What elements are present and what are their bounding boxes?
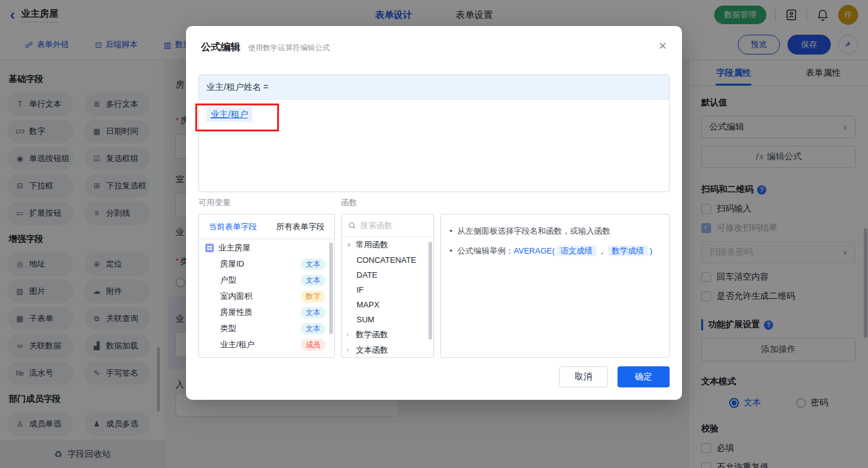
functions-label: 函数 [341, 197, 357, 208]
form-root-node[interactable]: 业主房屋 [199, 239, 334, 256]
variable-row[interactable]: 房屋性质文本 [199, 304, 334, 320]
function-group-common[interactable]: ∨常用函数 [342, 237, 433, 252]
function-group-math[interactable]: ›数学函数 [342, 327, 433, 342]
modal-header: 公式编辑 使用数学运算符编辑公式 [186, 26, 682, 54]
variable-row[interactable]: 户型文本 [199, 272, 334, 288]
formula-input-area[interactable]: 业主/租户 [199, 100, 669, 130]
modal-footer: 取消 确定 [559, 366, 670, 387]
function-item[interactable]: SUM [342, 312, 433, 327]
field-type-badge: 文本 [301, 323, 326, 335]
variables-label: 可用变量 [198, 197, 231, 208]
function-item[interactable]: CONCATENATE [342, 252, 433, 267]
function-search[interactable] [342, 214, 433, 237]
field-type-badge: 数字 [301, 291, 326, 302]
function-item[interactable]: IF [342, 282, 433, 297]
tab-all-form-fields[interactable]: 所有表单字段 [267, 214, 334, 239]
field-type-badge: 成员 [301, 339, 326, 351]
tab-current-form-fields[interactable]: 当前表单字段 [199, 214, 267, 239]
field-type-badge: 文本 [301, 307, 326, 319]
variable-row[interactable]: 类型文本 [199, 320, 334, 337]
function-item[interactable]: DATE [342, 267, 433, 282]
functions-panel: ∨常用函数 CONCATENATE DATE IF MAPX SUM ›数学函数… [341, 214, 434, 358]
cancel-button[interactable]: 取消 [559, 366, 608, 387]
close-icon[interactable]: ✕ [658, 41, 667, 51]
variables-panel: 当前表单字段 所有表单字段 业主房屋 房屋ID文本 户型文本 室内面积数字 房屋… [198, 214, 335, 358]
search-icon [348, 221, 356, 230]
example-field-chip: 语文成绩 [557, 245, 596, 256]
formula-editor-box: 业主/租户姓名 = 业主/租户 [198, 74, 670, 192]
example-function-name: AVERAGE( [514, 246, 555, 255]
chevron-right-icon: › [347, 347, 353, 353]
formula-edit-modal: 公式编辑 使用数学运算符编辑公式 ✕ 业主/租户姓名 = 业主/租户 可用变量 … [186, 26, 682, 400]
function-group-text[interactable]: ›文本函数 [342, 342, 433, 358]
example-field-chip: 数学成绩 [608, 245, 648, 256]
variables-list: 业主房屋 房屋ID文本 户型文本 室内面积数字 房屋性质文本 类型文本 业主/租… [199, 239, 334, 353]
confirm-button[interactable]: 确定 [618, 366, 670, 387]
variables-tabs: 当前表单字段 所有表单字段 [199, 214, 334, 239]
function-search-input[interactable] [360, 221, 427, 230]
variables-scrollbar-thumb[interactable] [329, 242, 333, 334]
modal-title: 公式编辑 [201, 41, 241, 54]
functions-scrollbar-thumb[interactable] [428, 242, 432, 340]
form-designer-page: ‹ 业主房屋 表单设计 表单设置 数据管理 作 ☍表单外链 ⊡后端脚本 ▥数据权… [0, 0, 868, 468]
variable-row[interactable]: 业主/租户成员 [199, 337, 334, 353]
example-close-paren: ) [650, 246, 652, 255]
chevron-right-icon: › [347, 331, 353, 338]
formula-help-panel: 从左侧面板选择字段名和函数，或输入函数 公式编辑举例：AVERAGE(语文成绩，… [440, 214, 670, 358]
formula-result-bar: 业主/租户姓名 = [199, 75, 669, 100]
formula-field-chip[interactable]: 业主/租户 [206, 107, 252, 122]
help-tip-example: 公式编辑举例：AVERAGE(语文成绩，数学成绩) [450, 244, 660, 258]
chevron-down-icon: ∨ [347, 241, 353, 248]
form-doc-icon [205, 244, 214, 252]
modal-subtitle: 使用数学运算符编辑公式 [248, 43, 330, 53]
field-type-badge: 文本 [301, 258, 326, 270]
variable-row[interactable]: 房屋ID文本 [199, 256, 334, 272]
variable-row[interactable]: 室内面积数字 [199, 288, 334, 304]
field-type-badge: 文本 [301, 275, 326, 286]
help-tip: 从左侧面板选择字段名和函数，或输入函数 [450, 224, 660, 238]
function-item[interactable]: MAPX [342, 297, 433, 312]
